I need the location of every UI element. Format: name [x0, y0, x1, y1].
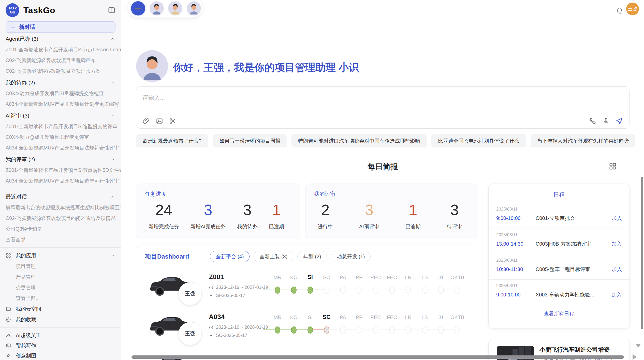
recent-chat-item[interactable]: 解释最新出台的欧盟报废车法规再生塑料比例被调至15%...	[0, 202, 121, 213]
recent-chat-item[interactable]: C02-飞腾新能源轻客改款项目的闭环通告反馈情况	[0, 213, 121, 223]
dashboard-tab[interactable]: 全新上装 (3)	[254, 251, 293, 262]
milestone-dot	[438, 287, 444, 294]
agent-avatar-1[interactable]	[150, 1, 164, 16]
sidebar-task-item[interactable]: A034-全新新能源MUV产品开发项目造型可行性评审	[0, 175, 121, 186]
sidebar-section-header[interactable]: AI评审 (3)	[0, 110, 121, 121]
assistant-avatar	[136, 50, 168, 82]
suggestion-chip[interactable]: 如何写一份清晰的项目周报	[213, 134, 287, 147]
milestone-label: SC	[317, 314, 336, 320]
my-apps-header[interactable]: 我的应用	[0, 250, 121, 261]
image-icon	[6, 343, 11, 348]
stat-item: 3 新增AI完成任务	[191, 201, 226, 230]
milestone-label: FEC	[383, 275, 401, 280]
agent-avatar-3[interactable]	[187, 1, 201, 16]
suggestion-chip[interactable]: 欧洲新规最近颁布了什么?	[136, 134, 208, 147]
attachment-icon[interactable]	[142, 117, 150, 125]
sidebar-task-item[interactable]: C02-飞腾新能源轻客改款项目立项汇报方案	[0, 66, 121, 76]
star-icon	[6, 317, 11, 322]
milestone-dot	[275, 326, 280, 334]
app-item[interactable]: 变更管理	[0, 282, 121, 293]
image-upload-icon[interactable]	[156, 117, 163, 125]
chevron-up-icon	[110, 157, 115, 162]
chevron-up-icon	[110, 36, 115, 41]
divider	[0, 327, 121, 328]
schedule-view-all-link[interactable]: 查看所有日程	[489, 310, 630, 317]
sidebar-task-item[interactable]: C0X4-动力总成开发项目工程变更评审	[0, 132, 121, 142]
milestone-label: LR	[399, 275, 417, 280]
chevron-up-icon	[110, 253, 115, 258]
project-flag-label: SI-2025-05-17	[216, 293, 245, 298]
milestone-dot	[438, 326, 444, 334]
scroll-right-arrow-icon[interactable]	[633, 354, 637, 360]
app-item[interactable]: 查看全部...	[0, 293, 121, 304]
agent-avatar-2[interactable]	[168, 1, 182, 16]
sidebar-section-header[interactable]: 我的待办 (2)	[0, 77, 121, 88]
briefing-title: 每日简报	[136, 162, 630, 172]
stat-value: 3	[191, 201, 226, 219]
add-agent-button[interactable]	[131, 1, 145, 16]
sidebar-task-item[interactable]: Z001-全新燃油皮卡产品开发项目SI节点Lesson Learn报告	[0, 44, 121, 55]
sidebar-collapse-icon[interactable]	[108, 6, 116, 14]
new-chat-button[interactable]: ＋ 新对话	[6, 21, 115, 33]
milestone-label: LS	[416, 314, 434, 320]
stat-label: 我的待办	[237, 223, 257, 230]
scroll-down-arrow-icon[interactable]	[635, 344, 641, 348]
recent-chat-item[interactable]: 查看全部...	[0, 234, 121, 245]
sidebar-task-item[interactable]: A034-全新新能源MUV产品开发项目计划变更表编写	[0, 99, 121, 109]
suggestion-chip[interactable]: 比亚迪全固态电池计划具体说了什么	[431, 134, 526, 147]
milestone-label: PR	[350, 275, 369, 280]
screenshot-scissors-icon[interactable]	[169, 117, 177, 125]
dashboard-tab[interactable]: 年型 (2)	[297, 251, 327, 262]
sidebar-task-item[interactable]: A034-全新新能源MUV产品开发项目法规符合性评审	[0, 142, 121, 153]
project-owner-badge: 王强	[179, 322, 201, 345]
my-favorites-item[interactable]: 我的收藏	[0, 314, 121, 325]
sidebar-task-item[interactable]: C0X4-动力总成开发项目SI里程碑提交物检查	[0, 88, 121, 99]
sidebar-section-header[interactable]: 我的评审 (2)	[0, 154, 121, 165]
milestone-label: J1	[432, 314, 450, 320]
suggestion-chip[interactable]: 特朗普可能对进口汽车增税会对中国车企造成哪些影响	[291, 134, 427, 147]
horizontal-scrollbar[interactable]	[131, 355, 624, 359]
layout-grid-icon[interactable]	[609, 162, 617, 170]
vertical-scrollbar[interactable]	[641, 177, 643, 329]
project-flag-label: SC-2025-05-17	[216, 333, 247, 338]
suggestion-chip[interactable]: 当下年轻人对汽车外观有怎样的喜好趋势	[531, 134, 635, 147]
app-item[interactable]: 产品管理	[0, 272, 121, 282]
milestone-dot	[340, 326, 346, 334]
sidebar-section-header[interactable]: Agent已办 (3)	[0, 34, 121, 44]
sidebar-footer-item[interactable]: AI超级员工	[0, 330, 121, 340]
schedule-join-link[interactable]: 加入	[612, 241, 622, 247]
app-item[interactable]: 项目管理	[0, 261, 121, 272]
stat-item: 24 新增完成任务	[149, 201, 179, 230]
sidebar-task-item[interactable]: Z001-全新燃油轻卡产品开发项目SI节点属性5D文件评审	[0, 165, 121, 175]
recent-chats-header[interactable]: 最近对话	[0, 191, 121, 202]
schedule-date: 2025/03/11	[496, 232, 622, 237]
milestone-label: PEC	[367, 314, 385, 320]
stat-value: 3	[447, 201, 462, 219]
plus-icon: ＋	[10, 23, 16, 31]
dashboard-title: 项目Dashboard	[145, 252, 189, 261]
chat-input[interactable]	[142, 91, 524, 104]
greeting-text: 你好，王强，我是你的项目管理助理 小识	[173, 61, 359, 74]
project-row: 王强 A034 2023-12-19 ~ 2026-01-19 SC-2025-…	[136, 305, 478, 345]
my-cloud-item[interactable]: 我的云空间	[0, 304, 121, 314]
flag-icon	[209, 333, 213, 338]
schedule-join-link[interactable]: 加入	[612, 291, 622, 298]
grid-icon	[6, 253, 11, 258]
microphone-icon[interactable]	[602, 117, 610, 125]
notification-bell-icon[interactable]	[616, 7, 624, 15]
project-date-range: 2023-12-19 ~ 2026-01-19	[216, 325, 268, 330]
schedule-join-link[interactable]: 加入	[612, 215, 622, 222]
dashboard-tab[interactable]: 动总开发 (1)	[331, 251, 371, 262]
schedule-join-link[interactable]: 加入	[612, 266, 622, 273]
sidebar-task-item[interactable]: C02-飞腾新能源轻客改款项目里程碑画布	[0, 55, 121, 66]
send-icon[interactable]	[616, 117, 623, 125]
folder-icon	[6, 306, 11, 312]
sidebar-footer-item[interactable]: 创意制图	[0, 351, 121, 360]
sidebar-task-item[interactable]: Z001-全新燃油轻卡产品开发项目SI造型提交物评审	[0, 121, 121, 132]
dashboard-tab[interactable]: 全新平台 (4)	[210, 251, 250, 262]
sidebar-footer-item[interactable]: 帮我写作	[0, 340, 121, 351]
user-avatar[interactable]: 王强	[626, 3, 639, 15]
voice-call-icon[interactable]	[589, 117, 597, 125]
input-toolbar-left	[142, 117, 177, 125]
recent-chat-item[interactable]: 公司Q3轻卡销量	[0, 223, 121, 234]
